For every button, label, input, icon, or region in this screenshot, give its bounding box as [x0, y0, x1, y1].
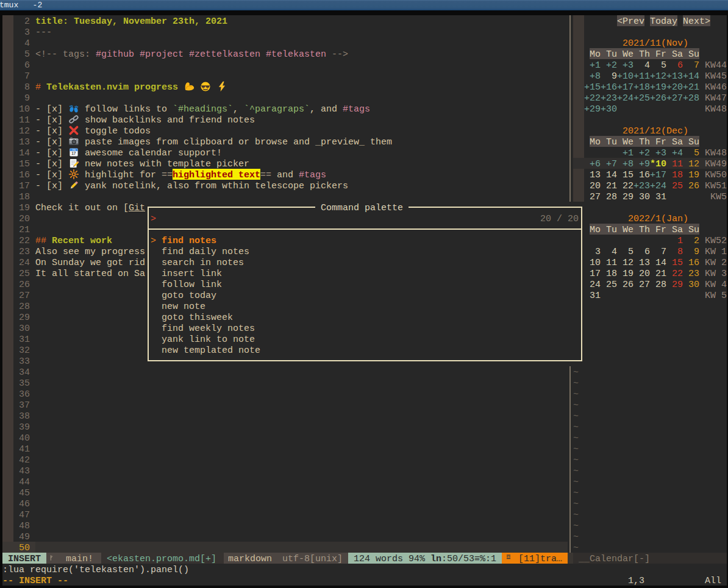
svg-text:July: July	[72, 149, 76, 151]
svg-text:17: 17	[71, 151, 76, 155]
